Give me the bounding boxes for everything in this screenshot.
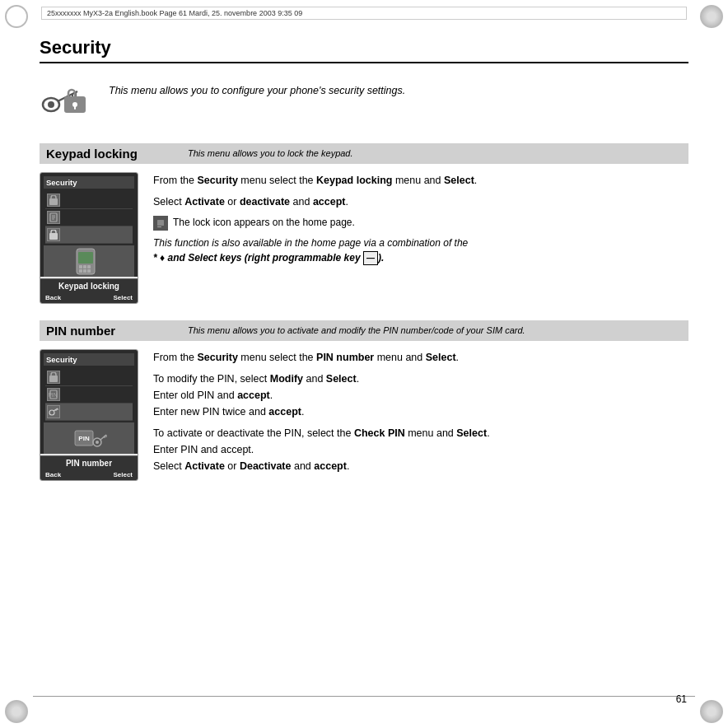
kp2-end: . <box>346 196 348 208</box>
keypad-locking-desc: This menu allows you to lock the keypad. <box>188 147 353 160</box>
pp1-end: . <box>456 352 459 363</box>
pp1-bold1: Security <box>198 352 238 363</box>
phone-menu-keypad <box>44 190 134 245</box>
phone-image-pin: PIN <box>44 422 134 454</box>
svg-text:PIN: PIN <box>49 392 58 398</box>
keypad-locking-title: Keypad locking <box>46 147 178 161</box>
note-text-keypad: The lock icon appears on the home page. <box>173 215 355 230</box>
keypad-locking-body: Security <box>40 172 688 304</box>
phone-bottom-bar-keypad: Back Select <box>40 292 138 303</box>
svg-rect-22 <box>87 269 91 273</box>
main-content: Security This menu allows you to configu… <box>40 37 688 688</box>
svg-rect-14 <box>49 233 58 240</box>
pin-number-text: From the Security menu select the PIN nu… <box>153 349 688 479</box>
keypad-locking-header: Keypad locking This menu allows you to l… <box>40 143 688 164</box>
kp1-bold2: Keypad locking <box>316 175 392 186</box>
kp1-suf: menu and <box>392 175 444 186</box>
phone-menu-item-3 <box>45 226 133 244</box>
svg-rect-24 <box>157 220 164 226</box>
kp2-bold2: deactivate <box>240 196 290 208</box>
pp1-bold3: Select <box>426 352 456 363</box>
corner-decoration-bl <box>5 700 28 723</box>
svg-point-36 <box>96 441 99 444</box>
pin-para1: From the Security menu select the PIN nu… <box>153 349 688 366</box>
page-title: Security <box>40 37 688 63</box>
svg-rect-8 <box>74 105 76 110</box>
pin-number-header: PIN number This menu allows you to activ… <box>40 320 688 341</box>
pin-number-desc: This menu allows you to activate and mod… <box>188 324 525 337</box>
pp2-line2: Enter old PIN and accept. <box>153 390 273 401</box>
pin-para2: To modify the PIN, select Modify and Sel… <box>153 371 688 420</box>
pp2-bold1: Modify <box>270 373 303 385</box>
pp3-bold5: accept <box>314 460 347 472</box>
keypad-locking-text: From the Security menu select the Keypad… <box>153 172 688 270</box>
phone-screen-pin: Security PIN <box>40 350 138 454</box>
pin-number-phone: Security PIN <box>40 349 138 481</box>
phone-screen-title-pin: Security <box>44 353 134 366</box>
keypad-para1: From the Security menu select the Keypad… <box>153 172 688 189</box>
svg-rect-17 <box>79 265 82 268</box>
pp3-end: . <box>487 427 489 439</box>
phone-select-btn-keypad: Select <box>113 294 133 301</box>
kp1-end: . <box>474 175 477 186</box>
pp2-line3: Enter new PIN twice and accept. <box>153 406 304 418</box>
pp3-line3-end: . <box>347 460 349 472</box>
kp-italic-bold: * ♦ and Select keys (right programmable … <box>153 252 384 264</box>
kp1-pre: From the <box>153 175 198 186</box>
pp1-bold2: PIN number <box>316 352 374 363</box>
svg-line-37 <box>100 435 106 440</box>
kp2-pre: Select <box>153 196 184 208</box>
kp2-bold1: Activate <box>184 196 225 208</box>
phone-select-btn-pin: Select <box>113 471 133 478</box>
pp3-bold: Check PIN <box>354 427 405 439</box>
pp3-line3-suf: and <box>291 460 314 472</box>
svg-rect-19 <box>87 265 91 268</box>
keypad-locking-phone: Security <box>40 172 138 304</box>
phone-bottom-label-pin: PIN number <box>40 455 138 469</box>
phone-menu-pin-item-2: PIN <box>45 386 133 404</box>
svg-rect-16 <box>78 252 93 264</box>
intro-row: This menu allows you to configure your p… <box>40 77 688 128</box>
pp1-pre: From the <box>153 352 198 363</box>
corner-decoration-tr <box>700 5 723 28</box>
svg-point-1 <box>48 101 54 108</box>
top-bar-text: 25xxxxxxx MyX3-2a English.book Page 61 M… <box>47 9 302 17</box>
phone-screen-title-keypad: Security <box>44 176 134 189</box>
pp3-mid: menu and <box>405 427 457 439</box>
top-bar: 25xxxxxxx MyX3-2a English.book Page 61 M… <box>41 7 687 20</box>
kp2-suf: and <box>290 196 313 208</box>
kp-italic-text: This function is also available in the h… <box>153 237 468 249</box>
phone-menu-pin-item-1 <box>45 369 133 386</box>
svg-rect-9 <box>49 198 58 205</box>
svg-rect-21 <box>83 269 86 273</box>
pp1-mid: menu select the <box>238 352 316 363</box>
note-icon-keypad <box>153 216 168 231</box>
pp1-suf: menu and <box>374 352 426 363</box>
intro-text: This menu allows you to configure your p… <box>109 77 405 99</box>
pp2-accept1: accept <box>237 390 270 401</box>
kp2-mid: or <box>225 196 240 208</box>
pp2-end: . <box>357 373 359 385</box>
phone-pin-icon-3 <box>47 405 60 418</box>
kp1-bold3: Select <box>444 175 474 186</box>
phone-menu-item-1 <box>45 192 133 209</box>
pp3-bold3: Activate <box>184 460 225 472</box>
phone-screen-keypad: Security <box>40 173 138 277</box>
phone-back-btn-pin: Back <box>45 471 61 478</box>
phone-icon-2 <box>47 211 60 224</box>
keypad-para2: Select Activate or deactivate and accept… <box>153 194 688 210</box>
pp3-line3-pre: Select <box>153 460 184 472</box>
svg-rect-18 <box>83 265 86 268</box>
svg-rect-25 <box>157 226 161 227</box>
pp3-bold2: Select <box>456 427 487 439</box>
pin-number-title: PIN number <box>46 324 178 338</box>
phone-back-btn-keypad: Back <box>45 294 61 301</box>
phone-menu-item-2 <box>45 209 133 226</box>
kp2-bold3: accept <box>313 196 346 208</box>
phone-image-keypad <box>44 245 134 277</box>
phone-pin-icon-1 <box>47 371 60 384</box>
pp2-bold2: Select <box>326 373 357 385</box>
corner-decoration-tl <box>5 5 28 28</box>
pp3-line2: Enter PIN and accept. <box>153 444 254 455</box>
pin-number-body: Security PIN <box>40 349 688 481</box>
